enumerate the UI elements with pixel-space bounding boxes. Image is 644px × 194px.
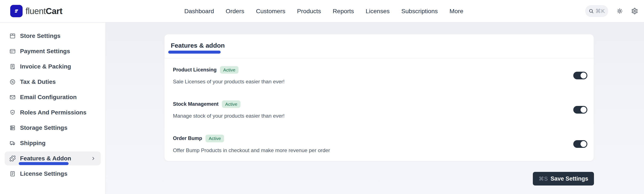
chevron-right-icon [90, 156, 96, 161]
nav-item-orders[interactable]: Orders [226, 8, 244, 15]
feature-description: Manage stock of your products easier tha… [173, 113, 284, 119]
brand-name-regular: fluent [26, 6, 46, 16]
toggle-knob [580, 73, 586, 78]
shield-check-icon [9, 109, 16, 116]
toggle-knob [580, 107, 586, 113]
license-note-icon [9, 171, 16, 177]
feature-toggle-stock-management[interactable] [573, 106, 587, 114]
feature-row-stock-management: Stock Management Active Manage stock of … [164, 93, 594, 127]
feature-info: Stock Management Active Manage stock of … [173, 100, 284, 119]
brand-name-bold: Cart [46, 6, 62, 16]
main-content: Features & addon Product Licensing Activ… [106, 22, 644, 194]
sidebar-item-payment-settings[interactable]: Payment Settings [5, 44, 101, 58]
search-icon [588, 8, 594, 14]
feature-info: Product Licensing Active Sale Licenses o… [173, 66, 284, 85]
feature-info: Order Bump Active Offer Bump Products in… [173, 135, 330, 153]
save-button-label: Save Settings [550, 176, 588, 182]
nav-item-customers[interactable]: Customers [256, 8, 285, 15]
main-nav: Dashboard Orders Customers Products Repo… [62, 8, 585, 15]
feature-name: Order Bump [173, 136, 202, 141]
brand-name: fluentCart [26, 6, 62, 16]
status-badge: Active [206, 135, 224, 142]
settings-gear-icon[interactable] [631, 8, 638, 14]
percent-circle-icon [9, 79, 16, 85]
nav-item-subscriptions[interactable]: Subscriptions [401, 8, 438, 15]
sidebar-item-label: Storage Settings [20, 124, 67, 131]
page-title: Features & addon [171, 42, 225, 49]
server-icon [9, 125, 16, 131]
truck-icon [9, 140, 16, 146]
sidebar-item-tax-duties[interactable]: Tax & Duties [5, 75, 101, 89]
brand-logo[interactable]: fluentCart [10, 5, 62, 17]
sidebar-item-features-addon[interactable]: Features & Addon [5, 152, 101, 165]
credit-card-icon [9, 48, 16, 54]
active-item-underline [19, 162, 68, 165]
feature-description: Offer Bump Products in checkout and make… [173, 147, 330, 153]
toggle-knob [580, 141, 586, 147]
search-shortcut-hint: ⌘K [596, 8, 605, 14]
feature-name: Stock Management [173, 101, 218, 107]
save-shortcut-hint: ⌘S [538, 176, 548, 182]
sidebar-item-label: License Settings [20, 170, 68, 177]
nav-item-more[interactable]: More [450, 8, 464, 15]
nav-item-dashboard[interactable]: Dashboard [184, 8, 214, 15]
sidebar-item-label: Store Settings [20, 32, 60, 39]
sidebar-item-email-configuration[interactable]: Email Configuration [5, 90, 101, 104]
sidebar-item-store-settings[interactable]: Store Settings [5, 29, 101, 43]
search-button[interactable]: ⌘K [585, 5, 608, 17]
status-badge: Active [220, 66, 238, 74]
feature-toggle-order-bump[interactable] [573, 140, 587, 148]
sidebar-item-label: Shipping [20, 140, 46, 147]
sidebar-item-invoice-packing[interactable]: Invoice & Packing [5, 60, 101, 73]
archive-box-icon [9, 33, 16, 39]
nav-item-products[interactable]: Products [297, 8, 321, 15]
invoice-icon [9, 63, 16, 70]
nav-item-licenses[interactable]: Licenses [366, 8, 390, 15]
status-badge: Active [222, 100, 240, 108]
sidebar-item-license-settings[interactable]: License Settings [5, 167, 101, 181]
settings-sidebar: Store Settings Payment Settings Invoice … [0, 22, 106, 194]
title-underline [168, 51, 221, 54]
sidebar-item-label: Roles And Permissions [20, 109, 86, 116]
save-settings-button[interactable]: ⌘S Save Settings [533, 172, 594, 186]
nav-item-reports[interactable]: Reports [333, 8, 354, 15]
feature-toggle-product-licensing[interactable] [573, 72, 587, 79]
sidebar-item-label: Invoice & Packing [20, 63, 71, 70]
card-header: Features & addon [164, 34, 594, 58]
sidebar-item-label: Payment Settings [20, 48, 70, 55]
sidebar-item-roles-permissions[interactable]: Roles And Permissions [5, 106, 101, 119]
feature-name: Product Licensing [173, 67, 216, 73]
theme-toggle-sun-icon[interactable] [616, 8, 623, 14]
feature-row-product-licensing: Product Licensing Active Sale Licenses o… [164, 58, 594, 93]
feature-description: Sale Licenses of your products easier th… [173, 79, 284, 85]
sidebar-item-shipping[interactable]: Shipping [5, 136, 101, 150]
sidebar-item-label: Tax & Duties [20, 78, 56, 85]
sidebar-item-label: Email Configuration [20, 94, 77, 101]
top-navigation-bar: fluentCart Dashboard Orders Customers Pr… [0, 0, 644, 22]
features-addon-card: Features & addon Product Licensing Activ… [164, 34, 594, 161]
fluentcart-logo-icon [10, 5, 22, 17]
sidebar-item-label: Features & Addon [20, 155, 71, 162]
feature-row-order-bump: Order Bump Active Offer Bump Products in… [164, 127, 594, 161]
topbar-actions: ⌘K [585, 5, 638, 17]
mail-icon [9, 94, 16, 100]
sidebar-item-storage-settings[interactable]: Storage Settings [5, 121, 101, 135]
puzzle-icon [9, 155, 16, 162]
